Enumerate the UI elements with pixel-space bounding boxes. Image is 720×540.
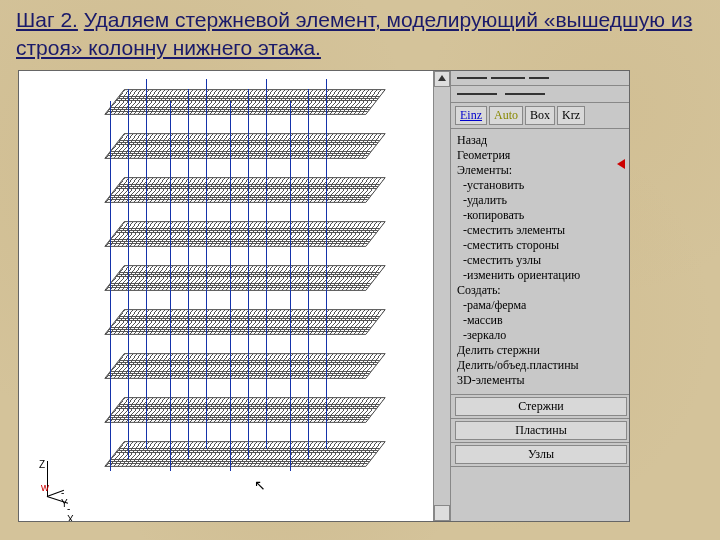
step-description: Удаляем стержневой элемент, моделирующий…: [16, 8, 692, 59]
menu-back[interactable]: Назад: [457, 133, 623, 148]
menu-move-nodes[interactable]: -сместить узлы: [457, 253, 623, 268]
column: [326, 79, 327, 449]
axis-x-label: -X: [67, 503, 74, 521]
column: [308, 89, 309, 459]
menu-copy[interactable]: -копировать: [457, 208, 623, 223]
menu-delete[interactable]: -удалить: [457, 193, 623, 208]
box-button[interactable]: Box: [525, 106, 555, 125]
menu-move-sides[interactable]: -сместить стороны: [457, 238, 623, 253]
column: [290, 101, 291, 471]
menu-divide-plates[interactable]: Делить/объед.пластины: [457, 358, 623, 373]
app-window: Z w -Y -X ↖ Einz Auto Box Krz Назад Геом…: [18, 70, 630, 522]
axis-w-label: w: [41, 481, 49, 493]
column: [230, 101, 231, 471]
menu-divide-rods[interactable]: Делить стержни: [457, 343, 623, 358]
rods-tab[interactable]: Стержни: [455, 397, 627, 416]
menu-3d-elements[interactable]: 3D-элементы: [457, 373, 623, 388]
menu-geometry[interactable]: Геометрия: [457, 148, 623, 163]
column: [146, 79, 147, 449]
menu-move-elements[interactable]: -сместить элементы: [457, 223, 623, 238]
column: [248, 89, 249, 459]
menu-change-orientation[interactable]: -изменить ориентацию: [457, 268, 623, 283]
building-model: [74, 79, 374, 499]
column: [128, 89, 129, 459]
active-marker-icon: [617, 159, 625, 169]
menu-frame[interactable]: -рама/ферма: [457, 298, 623, 313]
vertical-scrollbar[interactable]: [433, 71, 450, 521]
menu-elements[interactable]: Элементы:: [457, 163, 623, 178]
einz-button[interactable]: Einz: [455, 106, 487, 125]
side-panel: Einz Auto Box Krz Назад Геометрия Элемен…: [450, 71, 629, 521]
cursor-icon: ↖: [254, 477, 266, 493]
menu-set[interactable]: -установить: [457, 178, 623, 193]
model-viewport[interactable]: Z w -Y -X ↖: [19, 71, 433, 521]
columns: [74, 79, 374, 499]
plates-tab[interactable]: Пластины: [455, 421, 627, 440]
column: [170, 101, 171, 471]
toolbar-strip-1: [451, 71, 629, 86]
axis-z-label: Z: [39, 459, 45, 470]
krz-button[interactable]: Krz: [557, 106, 585, 125]
nodes-tab[interactable]: Узлы: [455, 445, 627, 464]
column: [110, 101, 111, 471]
menu-mirror[interactable]: -зеркало: [457, 328, 623, 343]
step-label: Шаг 2.: [16, 8, 78, 31]
menu-create[interactable]: Создать:: [457, 283, 623, 298]
column: [188, 89, 189, 459]
menu-array[interactable]: -массив: [457, 313, 623, 328]
scroll-down-icon[interactable]: [438, 511, 446, 517]
auto-button[interactable]: Auto: [489, 106, 523, 125]
scroll-up-icon[interactable]: [438, 75, 446, 81]
column: [266, 79, 267, 449]
slide-title: Шаг 2. Удаляем стержневой элемент, модел…: [16, 6, 700, 63]
toolbar-strip-2: [451, 86, 629, 103]
command-list: Назад Геометрия Элементы: -установить -у…: [451, 129, 629, 395]
selection-mode-row: Einz Auto Box Krz: [451, 103, 629, 129]
column: [206, 79, 207, 449]
